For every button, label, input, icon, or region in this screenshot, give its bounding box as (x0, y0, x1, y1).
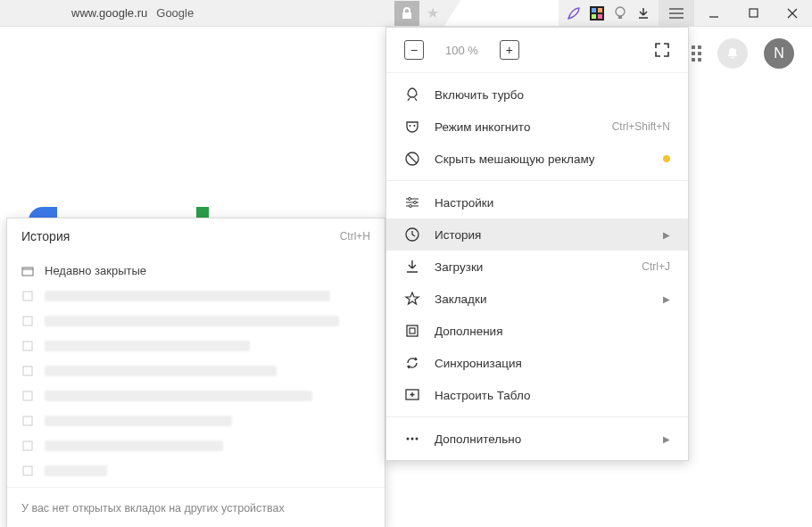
menu-item-downloads[interactable]: Загрузки Ctrl+J (386, 251, 688, 283)
notifications-icon[interactable] (717, 38, 748, 69)
mask-icon (404, 119, 420, 135)
svg-rect-2 (598, 8, 602, 12)
history-item-blurred (45, 391, 312, 401)
zoom-out-button[interactable]: − (404, 40, 424, 60)
bookmark-star-icon[interactable]: ★ (421, 4, 444, 21)
tab-icon (21, 265, 34, 277)
menu-label: Загрузки (435, 260, 627, 274)
rocket-icon (404, 86, 420, 103)
page-icon (21, 290, 34, 302)
svg-rect-4 (598, 14, 602, 19)
feather-extension-icon[interactable] (566, 5, 582, 21)
history-item[interactable] (7, 284, 385, 309)
menu-label: Настроить Табло (435, 389, 670, 402)
page-icon (21, 440, 34, 452)
window-close-button[interactable] (773, 0, 812, 26)
history-item-recently-closed[interactable]: Недавно закрытые (7, 258, 385, 284)
zoom-in-button[interactable]: + (500, 40, 519, 60)
menu-item-sync[interactable]: Синхронизация (386, 347, 688, 379)
menu-label: История (435, 228, 642, 242)
svg-point-5 (616, 7, 625, 16)
history-list: Недавно закрытые (7, 254, 385, 487)
svg-rect-15 (407, 325, 418, 336)
tablo-icon (404, 387, 420, 403)
download-indicator-icon[interactable] (635, 5, 651, 21)
menu-item-customize-tablo[interactable]: Настроить Табло (386, 379, 688, 411)
account-avatar[interactable]: N (764, 38, 794, 69)
history-item-blurred (45, 291, 330, 301)
main-menu-dropdown: − 100 % + Включить турбо Режим инкогнито… (385, 27, 689, 461)
history-item-label: Недавно закрытые (45, 264, 146, 277)
avatar-initial: N (774, 45, 784, 62)
menu-label: Дополнительно (435, 432, 642, 446)
chevron-right-icon: ▶ (663, 294, 670, 304)
menu-item-turbo[interactable]: Включить турбо (386, 78, 688, 111)
window-minimize-button[interactable] (694, 0, 733, 26)
menu-label: Режим инкогнито (435, 120, 598, 134)
svg-point-12 (414, 202, 417, 204)
chevron-right-icon: ▶ (663, 230, 670, 240)
svg-point-19 (411, 438, 414, 441)
history-item-blurred (45, 465, 107, 476)
menu-label: Настройки (435, 196, 670, 210)
zoom-controls-row: − 100 % + (386, 28, 688, 73)
history-item-blurred (45, 416, 232, 426)
menu-label: Скрыть мешающую рекламу (435, 152, 649, 166)
menu-label: Синхронизация (435, 357, 670, 370)
page-icon (21, 365, 34, 377)
history-item[interactable] (7, 358, 385, 383)
svg-rect-22 (23, 292, 32, 301)
menu-item-addons[interactable]: Дополнения (386, 315, 688, 347)
history-item[interactable] (7, 309, 385, 333)
svg-rect-23 (23, 317, 32, 325)
page-icon (21, 390, 34, 402)
svg-rect-1 (592, 8, 596, 12)
chevron-right-icon: ▶ (663, 434, 670, 444)
extension-icons (559, 0, 659, 26)
more-icon (404, 431, 420, 447)
svg-rect-7 (750, 9, 758, 17)
svg-point-20 (416, 438, 418, 441)
svg-point-13 (410, 205, 412, 208)
history-footer-message: У вас нет открытых вкладок на других уст… (7, 487, 385, 527)
svg-point-18 (407, 438, 410, 441)
clock-icon (404, 226, 420, 243)
history-item[interactable] (7, 333, 385, 358)
page-title: Google (156, 6, 194, 20)
zoom-level-label: 100 % (445, 44, 478, 57)
history-item[interactable] (7, 433, 385, 458)
page-icon (21, 415, 34, 427)
sliders-icon (404, 194, 420, 210)
history-item[interactable] (7, 408, 385, 433)
main-menu-button[interactable] (659, 0, 694, 26)
menu-item-bookmarks[interactable]: Закладки ▶ (386, 283, 688, 315)
menu-item-settings[interactable]: Настройки (386, 186, 688, 218)
window-maximize-button[interactable] (733, 0, 773, 26)
security-lock-icon[interactable] (394, 1, 419, 26)
notice-dot-icon (663, 155, 670, 162)
svg-rect-27 (23, 416, 32, 425)
menu-item-hide-ads[interactable]: Скрыть мешающую рекламу (386, 143, 688, 175)
menu-label: Включить турбо (435, 88, 670, 102)
history-header[interactable]: История Ctrl+H (7, 218, 385, 254)
svg-rect-21 (22, 268, 33, 276)
download-icon (404, 259, 420, 275)
address-area[interactable]: www.google.ru Google (71, 6, 194, 20)
grid-extension-icon[interactable] (589, 5, 605, 21)
bulb-extension-icon[interactable] (612, 5, 628, 21)
menu-shortcut: Ctrl+J (642, 260, 670, 273)
history-item-blurred (45, 316, 339, 326)
history-item[interactable] (7, 383, 385, 408)
fullscreen-button[interactable] (654, 42, 670, 58)
window-controls (694, 0, 812, 26)
menu-item-incognito[interactable]: Режим инкогнито Ctrl+Shift+N (386, 111, 688, 143)
history-title: История (21, 229, 70, 243)
history-shortcut: Ctrl+H (340, 230, 370, 243)
svg-point-9 (414, 125, 416, 127)
menu-item-more[interactable]: Дополнительно ▶ (386, 423, 688, 455)
menu-item-history[interactable]: История ▶ (386, 218, 688, 251)
svg-point-11 (409, 198, 411, 201)
svg-point-8 (410, 125, 411, 127)
history-item[interactable] (7, 458, 385, 483)
svg-rect-3 (592, 14, 596, 19)
